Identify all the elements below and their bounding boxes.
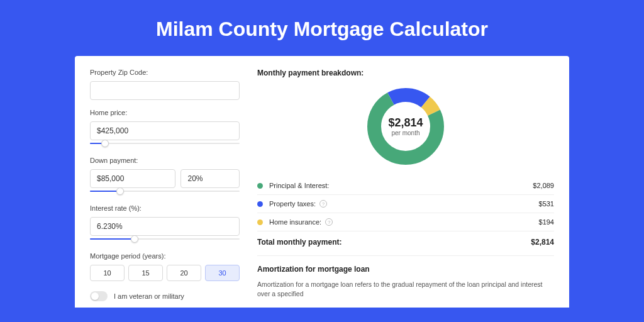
down-payment-label: Down payment: — [90, 157, 240, 164]
legend-label: Property taxes:? — [269, 200, 539, 208]
period-label: Mortgage period (years): — [90, 252, 240, 260]
form-panel: Property Zip Code: Home price: Down paym… — [90, 69, 240, 308]
legend-value: $2,089 — [533, 182, 554, 189]
veteran-toggle[interactable] — [90, 291, 108, 301]
zip-label: Property Zip Code: — [90, 69, 240, 76]
rate-input[interactable] — [90, 217, 240, 236]
amortization-block: Amortization for mortgage loan Amortizat… — [257, 255, 554, 298]
legend-row: Property taxes:?$531 — [257, 194, 554, 213]
down-percent-input[interactable] — [180, 169, 240, 188]
rate-slider[interactable] — [90, 235, 240, 243]
legend-row: Home insurance:?$194 — [257, 213, 554, 231]
rate-field: Interest rate (%): — [90, 204, 240, 243]
amortization-text: Amortization for a mortgage loan refers … — [257, 280, 554, 298]
veteran-row: I am veteran or military — [90, 291, 240, 301]
legend-value: $194 — [539, 218, 554, 226]
total-row: Total monthly payment: $2,814 — [257, 231, 554, 255]
legend-label: Home insurance:? — [269, 218, 539, 226]
info-icon[interactable]: ? — [319, 200, 327, 208]
legend-row: Principal & Interest:$2,089 — [257, 177, 554, 194]
legend-value: $531 — [539, 200, 554, 208]
donut-sub: per month — [391, 130, 419, 136]
legend-dot — [257, 201, 263, 207]
zip-field: Property Zip Code: — [90, 69, 240, 100]
total-label: Total monthly payment: — [257, 238, 531, 247]
amortization-title: Amortization for mortgage loan — [257, 265, 554, 274]
legend-label: Principal & Interest: — [269, 182, 533, 189]
legend: Principal & Interest:$2,089Property taxe… — [257, 177, 554, 231]
down-amount-input[interactable] — [90, 169, 175, 188]
home-price-label: Home price: — [90, 109, 240, 116]
home-price-slider[interactable] — [90, 139, 240, 148]
home-price-input[interactable] — [90, 121, 240, 140]
breakdown-panel: Monthly payment breakdown: $2,814 per mo… — [257, 69, 554, 308]
breakdown-title: Monthly payment breakdown: — [257, 69, 554, 77]
period-button-30[interactable]: 30 — [205, 265, 240, 281]
page-title: Milam County Mortgage Calculator — [0, 0, 644, 56]
calculator-card: Property Zip Code: Home price: Down paym… — [75, 56, 569, 308]
veteran-label: I am veteran or military — [114, 292, 184, 300]
period-button-10[interactable]: 10 — [90, 265, 125, 281]
total-value: $2,814 — [531, 238, 554, 247]
period-field: Mortgage period (years): 10152030 — [90, 252, 240, 281]
home-price-field: Home price: — [90, 109, 240, 148]
down-payment-field: Down payment: — [90, 157, 240, 196]
legend-dot — [257, 219, 263, 225]
period-button-20[interactable]: 20 — [167, 265, 201, 281]
period-buttons: 10152030 — [90, 265, 240, 281]
donut-chart: $2,814 per month — [257, 86, 554, 167]
period-button-15[interactable]: 15 — [128, 265, 163, 281]
donut-value: $2,814 — [388, 116, 423, 130]
legend-dot — [257, 183, 263, 189]
rate-label: Interest rate (%): — [90, 204, 240, 212]
zip-input[interactable] — [90, 81, 240, 100]
down-payment-slider[interactable] — [90, 187, 240, 196]
info-icon[interactable]: ? — [325, 218, 333, 226]
